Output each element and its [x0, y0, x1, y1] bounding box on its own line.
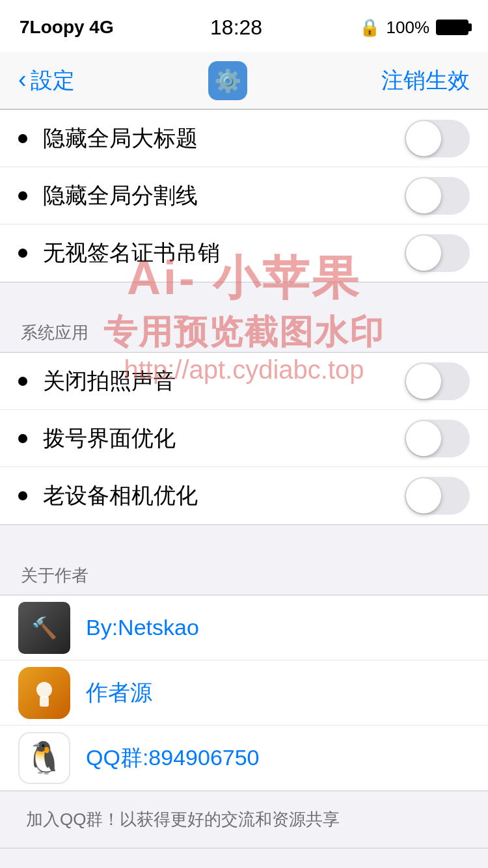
- chevron-left-icon: ‹: [18, 67, 27, 92]
- row-ignore-cert: 无视签名证书吊销: [0, 224, 488, 282]
- action-button[interactable]: 注销生效: [381, 66, 470, 96]
- status-bar: 7Loopy 4G 18:28 🔒 100%: [0, 0, 488, 52]
- footer-note-text: 加入QQ群！以获得更好的交流和资源共享: [26, 809, 340, 829]
- toggle-hide-title[interactable]: [405, 120, 470, 157]
- row-hide-divider: 隐藏全局分割线: [0, 167, 488, 224]
- bullet-icon: [18, 134, 27, 143]
- top-settings-group: 隐藏全局大标题 隐藏全局分割线 无视签名证书吊销: [0, 109, 488, 282]
- row-mute-camera: 关闭拍照声音: [0, 353, 488, 410]
- toggle-hide-divider[interactable]: [405, 177, 470, 215]
- footer-note: 加入QQ群！以获得更好的交流和资源共享: [0, 791, 488, 848]
- about-group: 关于作者 🔨 By:Netskao 作者源 🐧 QQ群:894906750: [0, 549, 488, 791]
- toggle-old-camera[interactable]: [405, 477, 470, 515]
- about-cydia-row[interactable]: 作者源: [0, 660, 488, 726]
- bullet-icon: [18, 249, 27, 258]
- toggle-dialer-opt[interactable]: [405, 420, 470, 457]
- qq-icon: 🐧: [18, 732, 70, 784]
- bullet-icon: [18, 377, 27, 386]
- group-spacer: [0, 282, 488, 306]
- author-link[interactable]: By:Netskao: [86, 615, 199, 640]
- lock-icon: 🔒: [359, 18, 380, 38]
- toggle-mute-camera[interactable]: [405, 362, 470, 400]
- carrier-label: 7Loopy 4G: [20, 17, 114, 38]
- ignore-cert-label: 无视签名证书吊销: [43, 238, 220, 268]
- back-label: 設定: [31, 66, 75, 96]
- qq-group-link[interactable]: QQ群:894906750: [86, 743, 260, 773]
- sys-apps-group: 系统应用 关闭拍照声音 拨号界面优化 老设备相机优化: [0, 306, 488, 525]
- toggle-knob: [406, 478, 441, 513]
- toggle-knob: [406, 121, 441, 156]
- nav-bar: ‹ 設定 ⚙️ 注销生效: [0, 52, 488, 109]
- row-old-camera: 老设备相机优化: [0, 467, 488, 524]
- hide-divider-label: 隐藏全局分割线: [43, 181, 198, 211]
- cydia-icon: [18, 667, 70, 719]
- old-camera-label: 老设备相机优化: [43, 481, 198, 511]
- cydia-source-link[interactable]: 作者源: [86, 678, 152, 708]
- about-header: 关于作者: [0, 549, 488, 595]
- about-author-row[interactable]: 🔨 By:Netskao: [0, 595, 488, 660]
- battery-label: 100%: [386, 18, 430, 38]
- author-avatar: 🔨: [18, 602, 70, 654]
- bullet-icon: [18, 491, 27, 500]
- mute-camera-label: 关闭拍照声音: [43, 366, 176, 396]
- action-label: 注销生效: [381, 68, 470, 92]
- hide-title-label: 隐藏全局大标题: [43, 124, 198, 154]
- svg-point-0: [36, 682, 52, 698]
- footer-copyright: 本插件完全免费，仅供学习交流，禁止商业用途。 Copyright © 2019 …: [0, 848, 488, 868]
- top-settings-list: 隐藏全局大标题 隐藏全局分割线 无视签名证书吊销: [0, 109, 488, 282]
- dialer-opt-label: 拨号界面优化: [43, 424, 176, 454]
- toggle-knob: [406, 178, 441, 213]
- sys-apps-list: 关闭拍照声音 拨号界面优化 老设备相机优化: [0, 352, 488, 525]
- bullet-icon: [18, 434, 27, 443]
- time-label: 18:28: [210, 16, 262, 40]
- row-hide-title: 隐藏全局大标题: [0, 110, 488, 167]
- bullet-icon: [18, 191, 27, 200]
- back-button[interactable]: ‹ 設定: [18, 66, 75, 96]
- toggle-knob: [406, 236, 441, 271]
- gear-icon: ⚙️: [214, 68, 241, 94]
- toggle-knob: [406, 364, 441, 399]
- row-dialer-opt: 拨号界面优化: [0, 410, 488, 467]
- battery-area: 🔒 100%: [359, 18, 469, 38]
- group-spacer-2: [0, 525, 488, 549]
- about-qq-row[interactable]: 🐧 QQ群:894906750: [0, 726, 488, 791]
- toggle-knob: [406, 421, 441, 456]
- nav-title-icon: ⚙️: [208, 61, 247, 100]
- sys-apps-header: 系统应用: [0, 306, 488, 352]
- toggle-ignore-cert[interactable]: [405, 234, 470, 272]
- svg-rect-1: [40, 696, 49, 707]
- about-list: 🔨 By:Netskao 作者源 🐧 QQ群:894906750: [0, 595, 488, 791]
- battery-icon: [436, 20, 468, 35]
